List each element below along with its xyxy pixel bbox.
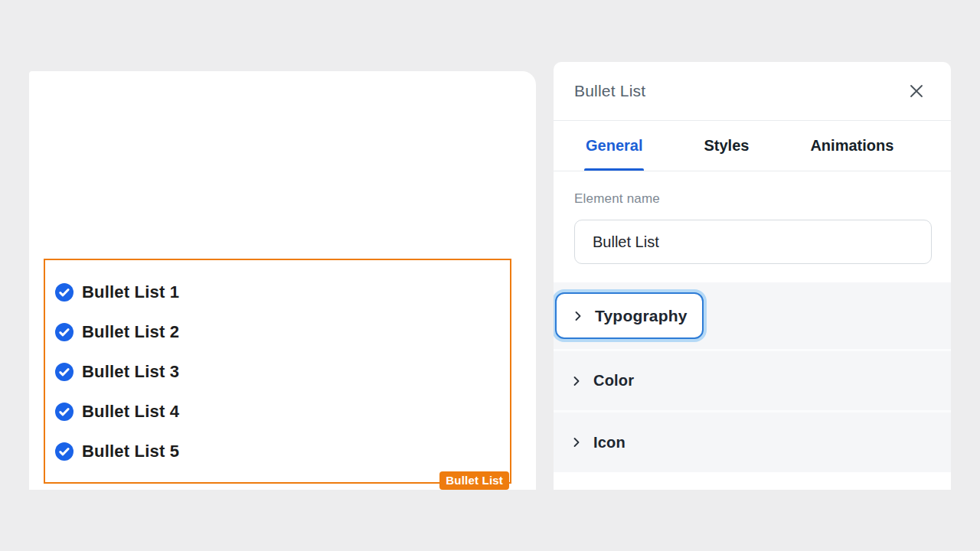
section-typography: Typography (554, 282, 951, 351)
settings-panel: Bullet List General Styles Animations El… (554, 62, 951, 490)
list-item-label: Bullet List 4 (82, 402, 179, 422)
list-item: Bullet List 5 (55, 432, 502, 471)
typography-accordion-button[interactable]: Typography (555, 292, 704, 339)
panel-header: Bullet List (554, 62, 951, 121)
chevron-right-icon (570, 375, 583, 387)
chevron-right-icon (572, 310, 584, 322)
panel-title: Bullet List (574, 82, 905, 100)
section-label: Typography (595, 307, 688, 325)
bullet-list-widget[interactable]: Bullet List 1 Bullet List 2 Bullet List … (55, 272, 502, 471)
check-circle-icon (55, 323, 74, 341)
panel-tabs: General Styles Animations (554, 121, 951, 171)
element-name-input[interactable] (574, 220, 932, 264)
list-item: Bullet List 2 (55, 312, 502, 352)
list-item-label: Bullet List 1 (82, 282, 179, 302)
editor-canvas: Bullet List 1 Bullet List 2 Bullet List … (29, 71, 536, 490)
element-name-label: Element name (574, 191, 929, 207)
tab-general[interactable]: General (586, 121, 642, 171)
element-name-block: Element name (554, 171, 951, 282)
list-item-label: Bullet List 3 (82, 362, 179, 382)
list-item: Bullet List 3 (55, 352, 502, 392)
section-label: Color (593, 372, 634, 390)
check-circle-icon (55, 363, 74, 381)
section-color[interactable]: Color (554, 351, 951, 412)
panel-footer (554, 472, 951, 489)
selected-element-outline[interactable]: Bullet List 1 Bullet List 2 Bullet List … (44, 259, 511, 484)
chevron-right-icon (570, 436, 583, 448)
section-label: Icon (593, 434, 626, 452)
list-item: Bullet List 1 (55, 272, 502, 312)
list-item-label: Bullet List 2 (82, 322, 179, 342)
tab-styles[interactable]: Styles (704, 121, 749, 171)
check-circle-icon (55, 442, 74, 461)
check-circle-icon (55, 283, 74, 302)
selected-element-badge[interactable]: Bullet List (439, 471, 509, 490)
tab-animations[interactable]: Animations (810, 121, 893, 171)
section-icon[interactable]: Icon (554, 412, 951, 472)
close-icon[interactable] (905, 80, 928, 103)
accordion-sections: Typography Color Icon (554, 282, 951, 472)
check-circle-icon (55, 403, 74, 421)
list-item-label: Bullet List 5 (82, 442, 179, 461)
list-item: Bullet List 4 (55, 392, 502, 432)
